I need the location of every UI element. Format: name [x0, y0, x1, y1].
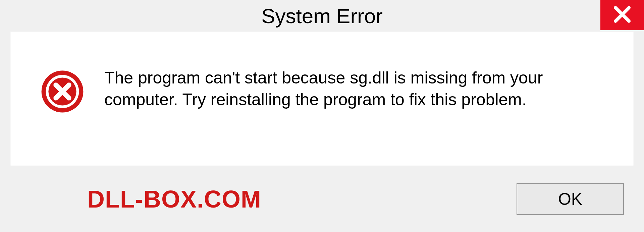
window-title: System Error	[261, 4, 383, 28]
titlebar: System Error	[0, 0, 644, 32]
watermark-text: DLL-BOX.COM	[87, 185, 261, 213]
close-button[interactable]	[600, 0, 644, 30]
footer: DLL-BOX.COM OK	[0, 166, 644, 232]
ok-button-label: OK	[558, 189, 582, 209]
content-panel: The program can't start because sg.dll i…	[10, 32, 634, 166]
error-message: The program can't start because sg.dll i…	[104, 67, 591, 111]
error-icon	[41, 70, 84, 115]
ok-button[interactable]: OK	[517, 183, 624, 215]
close-icon	[612, 4, 632, 26]
